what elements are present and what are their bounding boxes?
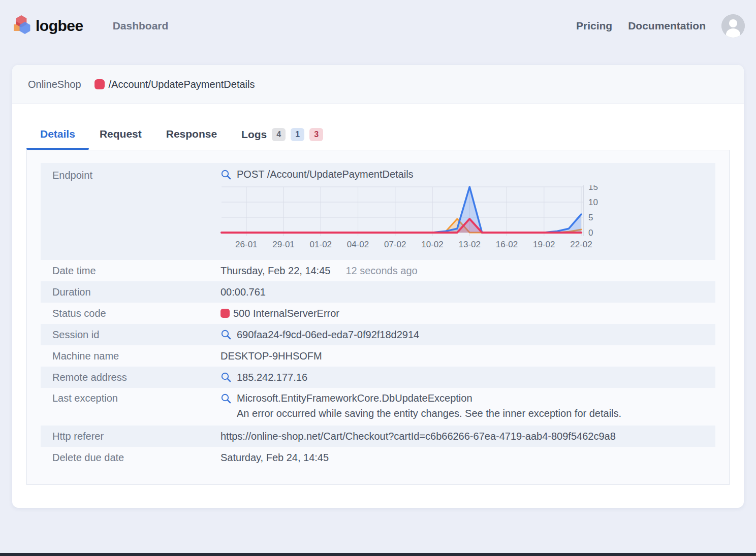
- detail-row-delete-due-date: Delete due date Saturday, Feb 24, 14:45: [41, 447, 715, 468]
- details-panel: Endpoint POST /Account/UpdatePaymentDeta…: [26, 150, 730, 485]
- request-detail-card: OnlineShop /Account/UpdatePaymentDetails…: [12, 65, 744, 508]
- logbee-logo[interactable]: logbee: [10, 13, 83, 39]
- tab-response[interactable]: Response: [166, 128, 217, 141]
- row-label: Duration: [41, 286, 220, 298]
- user-avatar[interactable]: [721, 14, 745, 38]
- svg-text:29-01: 29-01: [272, 240, 294, 249]
- detail-row-status-code: Status code 500 InternalServerError: [41, 303, 715, 324]
- svg-text:01-02: 01-02: [310, 240, 332, 249]
- svg-text:16-02: 16-02: [496, 240, 518, 249]
- machine-name-value: DESKTOP-9HHSOFM: [220, 350, 322, 362]
- nav-item-pricing[interactable]: Pricing: [576, 20, 612, 32]
- endpoint-value: POST /Account/UpdatePaymentDetails: [237, 169, 414, 180]
- svg-text:19-02: 19-02: [533, 240, 555, 249]
- detail-row-machine-name: Machine name DESKTOP-9HHSOFM: [41, 345, 715, 367]
- tab-bar: Details Request Response Logs 4 1 3: [40, 128, 323, 141]
- detail-row-duration: Duration 00:00.761: [41, 281, 715, 303]
- row-label: Machine name: [41, 350, 220, 362]
- tab-logs-label: Logs: [241, 128, 267, 141]
- detail-row-http-referer: Http referer https://online-shop.net/Car…: [41, 426, 715, 447]
- top-nav: logbee Dashboard Pricing Documentation: [0, 0, 756, 52]
- tab-request[interactable]: Request: [100, 128, 142, 141]
- search-icon[interactable]: [220, 169, 232, 180]
- detail-row-date-time: Date time Thursday, Feb 22, 14:45 12 sec…: [41, 260, 715, 281]
- tab-details[interactable]: Details: [40, 128, 75, 141]
- row-label: Endpoint: [41, 169, 220, 181]
- card-header: OnlineShop /Account/UpdatePaymentDetails: [12, 65, 744, 104]
- svg-text:13-02: 13-02: [459, 240, 481, 249]
- nav-item-documentation[interactable]: Documentation: [628, 20, 706, 32]
- tab-logs[interactable]: Logs 4 1 3: [241, 128, 323, 141]
- session-id-value: 690faa24-f9cd-06ed-eda7-0f92f18d2914: [237, 329, 419, 341]
- relative-time: 12 seconds ago: [345, 265, 417, 277]
- delete-due-date-value: Saturday, Feb 24, 14:45: [220, 452, 329, 464]
- row-label: Last exception: [41, 393, 220, 404]
- exception-message: An error occurred while saving the entit…: [237, 408, 715, 419]
- detail-row-endpoint: Endpoint POST /Account/UpdatePaymentDeta…: [41, 163, 715, 260]
- duration-value: 00:00.761: [220, 286, 266, 298]
- svg-text:15: 15: [588, 185, 598, 192]
- search-icon[interactable]: [220, 372, 232, 383]
- row-label: Http referer: [41, 431, 220, 442]
- row-label: Remote address: [41, 372, 220, 383]
- search-icon[interactable]: [220, 393, 232, 404]
- http-referer-value: https://online-shop.net/Cart/Checkout?ca…: [220, 431, 616, 442]
- svg-text:10: 10: [588, 198, 598, 207]
- error-status-square-icon: [220, 309, 230, 318]
- logbee-logo-icon: [10, 13, 34, 39]
- row-label: Status code: [41, 308, 220, 319]
- footer-bar: [0, 553, 756, 556]
- application-name: OnlineShop: [28, 79, 81, 90]
- remote-address-value: 185.242.177.16: [237, 372, 307, 383]
- detail-row-last-exception: Last exception Microsoft.EntityFramework…: [41, 388, 715, 426]
- svg-text:5: 5: [588, 213, 593, 222]
- svg-text:26-01: 26-01: [235, 240, 257, 249]
- detail-row-session-id: Session id 690faa24-f9cd-06ed-eda7-0f92f…: [41, 324, 715, 345]
- svg-text:10-02: 10-02: [421, 240, 443, 249]
- row-label: Date time: [41, 265, 220, 277]
- endpoint-requests-chart: 26-0129-0101-0204-0207-0210-0213-0216-02…: [220, 185, 605, 251]
- logs-count-badge-info: 1: [291, 128, 304, 141]
- error-status-square-icon: [94, 79, 105, 89]
- date-time-value: Thursday, Feb 22, 14:45: [220, 265, 330, 277]
- nav-item-dashboard[interactable]: Dashboard: [113, 20, 169, 32]
- row-label: Delete due date: [41, 452, 220, 464]
- logs-count-badge-total: 4: [272, 128, 286, 141]
- endpoint-path-title: /Account/UpdatePaymentDetails: [109, 79, 255, 90]
- exception-type-value: Microsoft.EntityFrameworkCore.DbUpdateEx…: [237, 393, 472, 404]
- row-label: Session id: [41, 329, 220, 341]
- svg-text:0: 0: [588, 228, 593, 238]
- brand-name: logbee: [36, 17, 83, 35]
- svg-text:22-02: 22-02: [570, 240, 592, 249]
- logs-count-badge-error: 3: [309, 128, 323, 141]
- svg-text:04-02: 04-02: [347, 240, 369, 249]
- search-icon[interactable]: [220, 329, 232, 340]
- status-code-value: 500 InternalServerError: [233, 308, 339, 319]
- svg-text:07-02: 07-02: [384, 240, 406, 249]
- detail-row-remote-address: Remote address 185.242.177.16: [41, 367, 715, 388]
